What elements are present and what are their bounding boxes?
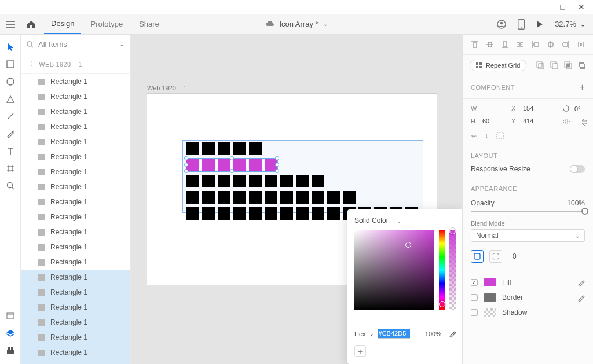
icon-rect[interactable] [312,207,324,220]
icon-rect[interactable] [280,175,293,187]
icon-rect[interactable] [343,191,356,204]
icon-rect[interactable] [218,175,230,187]
boolean-add-icon[interactable] [536,61,544,69]
distribute-v-icon[interactable] [515,39,525,50]
icon-rect[interactable] [296,175,309,187]
artboard-tool[interactable] [1,160,20,177]
add-component-button[interactable]: + [580,82,585,93]
align-hcenter-icon[interactable] [546,39,556,50]
window-close[interactable]: ✕ [578,3,585,11]
icon-rect[interactable] [249,191,262,204]
layers-search[interactable]: All Items ⌄ [21,35,130,54]
tab-prototype[interactable]: Prototype [83,14,130,34]
icon-rect[interactable] [202,207,215,220]
responsive-constraints-icon[interactable] [496,132,504,140]
align-left-icon[interactable] [530,39,541,50]
distribute-h-icon[interactable] [576,39,586,50]
boolean-exclude-icon[interactable] [578,61,586,69]
icon-rect[interactable] [202,175,215,187]
opacity-value[interactable]: 100% [567,199,585,207]
responsive-width-icon[interactable]: ⇿ [471,132,477,140]
icon-rect[interactable] [218,142,230,155]
alpha-value[interactable]: 100% [425,330,441,337]
align-bottom-icon[interactable] [500,39,510,50]
layer-item[interactable]: Rectangle 1 [21,209,130,225]
layer-item[interactable]: Rectangle 1 [21,225,130,240]
icon-rect[interactable] [202,191,215,204]
layer-item[interactable]: Rectangle 1 [21,119,130,134]
layer-item[interactable]: Rectangle 1 [21,330,130,345]
plugins-panel-icon[interactable] [1,342,20,359]
icon-rect[interactable] [280,207,293,220]
icon-rect[interactable] [233,191,246,204]
rectangle-tool[interactable] [1,56,20,73]
artboard-label[interactable]: Web 1920 – 1 [147,84,186,91]
alpha-slider[interactable] [449,230,456,310]
layer-item[interactable]: Rectangle 1 [21,285,130,300]
corner-same-button[interactable] [471,250,484,263]
eyedropper-icon[interactable] [448,330,456,338]
layer-item[interactable]: Rectangle 1 [21,360,130,364]
select-tool[interactable] [1,38,20,56]
layer-item[interactable]: Rectangle 1 [21,345,130,360]
opacity-slider[interactable] [471,211,585,212]
layers-panel-icon[interactable] [1,325,20,342]
corner-radius-value[interactable]: 0 [513,252,517,260]
text-tool[interactable] [1,142,20,160]
boolean-intersect-icon[interactable] [564,61,572,69]
polygon-tool[interactable] [1,90,20,108]
window-maximize[interactable]: □ [561,3,565,11]
layer-item[interactable]: Rectangle 1 [21,164,130,179]
color-mode[interactable]: Solid Color [354,216,389,225]
blend-mode-select[interactable]: Normal ⌄ [471,229,585,242]
repeat-grid-button[interactable]: Repeat Grid [470,60,526,71]
layer-item[interactable]: Rectangle 1 [21,315,130,330]
icon-rect[interactable] [296,207,309,220]
user-icon[interactable] [497,20,506,29]
align-vcenter-icon[interactable] [485,39,495,50]
icon-rect[interactable] [218,191,230,204]
eyedropper-icon[interactable] [577,294,585,302]
responsive-resize-toggle[interactable] [570,165,585,173]
shadow-checkbox[interactable] [471,309,478,316]
play-icon[interactable] [536,20,543,28]
icon-rect[interactable] [265,191,277,204]
fill-swatch[interactable] [484,278,496,286]
icon-rect[interactable] [312,191,324,204]
layer-item[interactable]: Rectangle 1 [21,240,130,255]
corner-independent-button[interactable] [489,250,502,263]
x-value[interactable]: 154 [523,105,548,112]
border-swatch[interactable] [484,293,496,302]
icon-rect[interactable] [327,207,340,220]
layer-item[interactable]: Rectangle 1 [21,104,130,119]
rotation-value[interactable]: 0° [574,105,581,112]
zoom-level[interactable]: 32.7% ⌄ [555,20,586,28]
icon-rect[interactable] [218,207,230,220]
icon-rect[interactable] [233,175,246,187]
icon-rect[interactable] [265,207,277,220]
icon-rect[interactable] [249,175,262,187]
window-minimize[interactable]: — [540,3,548,11]
hex-input[interactable] [378,329,410,339]
icon-rect[interactable] [312,175,324,187]
shadow-swatch[interactable] [484,308,496,317]
selection-handles[interactable] [186,159,277,171]
icon-rect[interactable] [233,207,246,220]
layer-item[interactable]: Rectangle 1 [21,134,130,149]
flip-v-icon[interactable] [581,118,588,126]
border-checkbox[interactable] [471,294,478,301]
ellipse-tool[interactable] [1,73,20,90]
menu-icon[interactable] [0,21,21,28]
icon-rect[interactable] [265,175,277,187]
layer-item[interactable]: Rectangle 1 [21,74,130,89]
zoom-tool[interactable] [1,177,20,194]
icon-rect[interactable] [186,191,199,204]
layer-item[interactable]: Rectangle 1 [21,179,130,194]
saturation-value-box[interactable] [354,230,434,310]
fill-checkbox[interactable]: ✓ [471,279,478,286]
hue-slider[interactable] [439,230,445,310]
home-icon[interactable] [21,20,42,28]
icon-rect[interactable] [186,207,199,220]
layers-breadcrumb[interactable]: 〈 WEB 1920 – 1 [21,54,130,74]
icon-rect[interactable] [296,191,309,204]
